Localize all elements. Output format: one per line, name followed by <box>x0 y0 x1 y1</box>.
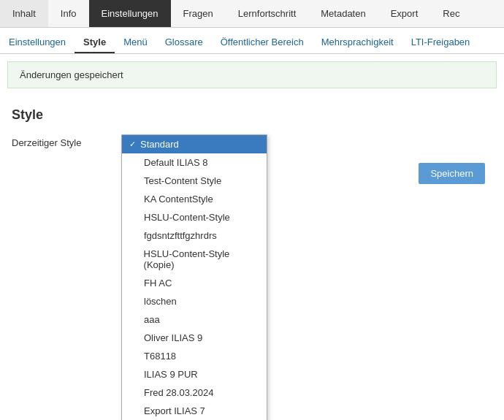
success-banner: Änderungen gespeichert <box>7 61 497 88</box>
dropdown-item-hslu-content-style[interactable]: HSLU-Content-Style <box>122 208 267 226</box>
dropdown-item-standard[interactable]: ✓Standard <box>122 135 267 153</box>
save-button[interactable]: Speichern <box>419 163 485 184</box>
dropdown-item-fred-28.03.2024[interactable]: Fred 28.03.2024 <box>122 383 267 402</box>
dropdown-item-label: ILIAS 9 PUR <box>144 369 198 380</box>
style-field-row: Derzeitiger Style ✓StandardDefault ILIAS… <box>12 134 492 148</box>
dropdown-item-löschen[interactable]: löschen <box>122 292 267 310</box>
sub-nav-item-menü[interactable]: Menü <box>115 32 156 53</box>
success-text: Änderungen gespeichert <box>20 69 123 80</box>
dropdown-item-label: HSLU-Content-Style (Kopie) <box>144 248 259 270</box>
dropdown-item-oliver-ilias-9[interactable]: Oliver ILIAS 9 <box>122 329 267 347</box>
dropdown-item-ka-contentstyle[interactable]: KA ContentStyle <box>122 190 267 208</box>
field-label: Derzeitiger Style <box>12 134 121 148</box>
sub-nav-item-einstellungen[interactable]: Einstellungen <box>0 32 75 53</box>
dropdown-item-fh-ac[interactable]: FH AC <box>122 274 267 292</box>
dropdown-item-ilias-9-pur[interactable]: ILIAS 9 PUR <box>122 365 267 383</box>
top-nav-item-lernfortschritt[interactable]: Lernfortschritt <box>226 0 308 27</box>
dropdown-item-label: fgdsntzfttfgzhrdrs <box>144 230 217 241</box>
top-nav-item-inhalt[interactable]: Inhalt <box>0 0 48 27</box>
dropdown-item-aaa[interactable]: aaa <box>122 310 267 329</box>
top-nav-item-rec[interactable]: Rec <box>430 0 472 27</box>
dropdown-item-label: Export ILIAS 7 <box>144 405 205 416</box>
sub-navigation: EinstellungenStyleMenüGlossareÖffentlich… <box>0 28 504 54</box>
dropdown-item-label: aaa <box>144 314 160 325</box>
top-nav-item-metadaten[interactable]: Metadaten <box>308 0 378 27</box>
dropdown-item-test-content-style[interactable]: Test-Content Style <box>122 172 267 190</box>
dropdown-item-export-ilias-7[interactable]: Export ILIAS 7 <box>122 402 267 420</box>
dropdown-item-label: HSLU-Content-Style <box>144 212 230 223</box>
dropdown-item-label: Test-Content Style <box>144 175 221 186</box>
dropdown-item-label: Fred 28.03.2024 <box>144 387 213 398</box>
dropdown-item-label: Default ILIAS 8 <box>144 157 207 168</box>
dropdown-item-hslu-content-style-kopie[interactable]: HSLU-Content-Style (Kopie) <box>122 245 267 274</box>
dropdown-item-label: FH AC <box>144 278 172 289</box>
dropdown-item-fgdsntzfttfgzhrdrs[interactable]: fgdsntzfttfgzhrdrs <box>122 226 267 245</box>
dropdown-item-label: Standard <box>140 139 179 150</box>
top-nav-item-fragen[interactable]: Fragen <box>171 0 226 27</box>
top-nav-item-info[interactable]: Info <box>48 0 89 27</box>
checkmark-icon: ✓ <box>129 140 136 149</box>
top-navigation: InhaltInfoEinstellungenFragenLernfortsch… <box>0 0 504 28</box>
section-title: Style <box>12 107 492 123</box>
dropdown-item-default-ilias-8[interactable]: Default ILIAS 8 <box>122 153 267 172</box>
dropdown-item-label: T68118 <box>144 351 176 362</box>
top-nav-item-export[interactable]: Export <box>378 0 431 27</box>
sub-nav-item-style[interactable]: Style <box>75 32 115 53</box>
sub-nav-item-lti-freigaben[interactable]: LTI-Freigaben <box>402 32 479 53</box>
sub-nav-item-öffentlicher-bereich[interactable]: Öffentlicher Bereich <box>212 32 313 53</box>
dropdown-item-t68118[interactable]: T68118 <box>122 347 267 365</box>
style-dropdown-list[interactable]: ✓StandardDefault ILIAS 8Test-Content Sty… <box>121 134 267 420</box>
sub-nav-item-glossare[interactable]: Glossare <box>156 32 212 53</box>
dropdown-item-label: Oliver ILIAS 9 <box>144 332 202 343</box>
sub-nav-item-mehrsprachigkeit[interactable]: Mehrsprachigkeit <box>313 32 402 53</box>
dropdown-item-label: löschen <box>144 296 177 307</box>
dropdown-item-label: KA ContentStyle <box>144 194 213 205</box>
top-nav-item-einstellungen[interactable]: Einstellungen <box>89 0 171 27</box>
main-content: Style Derzeitiger Style ✓StandardDefault… <box>0 96 504 199</box>
